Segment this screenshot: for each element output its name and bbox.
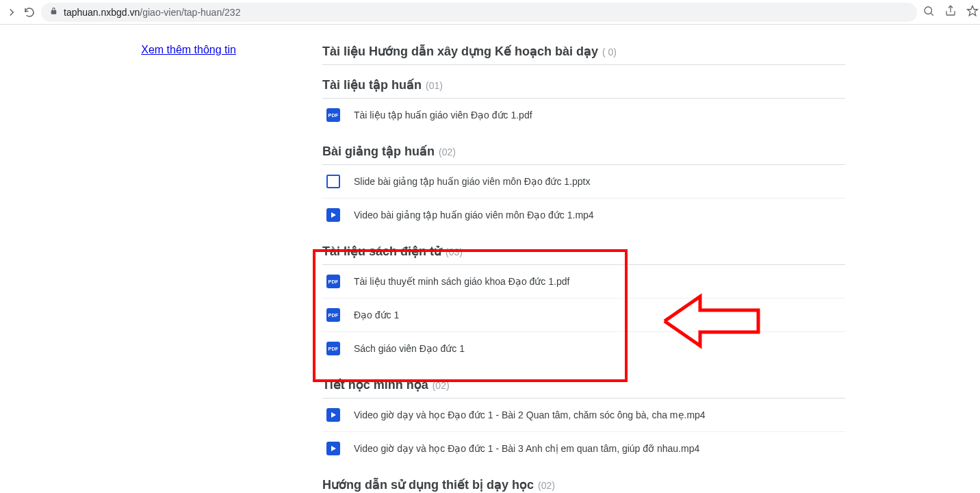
svg-marker-6 [331, 212, 336, 218]
file-name: Video giờ dạy và học Đạo đức 1 - Bài 2 Q… [354, 409, 706, 420]
file-name: Video bài giảng tập huấn giáo viên môn Đ… [354, 210, 594, 220]
video-file-icon [326, 208, 340, 222]
bookmark-star-icon[interactable] [966, 5, 979, 20]
file-item[interactable]: Video bài giảng tập huấn giáo viên môn Đ… [322, 199, 845, 231]
section-count: (02) [439, 147, 456, 157]
section-header: Tài liệu Hướng dẫn xây dựng Kế hoạch bài… [322, 44, 845, 65]
section-count: ( 0) [602, 47, 617, 58]
pdf-file-icon: PDF [326, 108, 340, 122]
file-item[interactable]: Video giờ dạy và học Đạo đức 1 - Bài 2 Q… [322, 399, 845, 432]
reload-button[interactable] [23, 5, 36, 20]
file-name: Video giờ dạy và học Đạo đức 1 - Bài 3 A… [354, 443, 699, 454]
section-header: Tài liệu tập huấn(01) [322, 77, 845, 99]
slide-file-icon [326, 175, 340, 188]
section-count: (01) [426, 80, 443, 91]
section-header: Tài liệu sách điện tử(03) [322, 244, 845, 265]
pdf-file-icon: PDF [326, 342, 340, 355]
section-count: (03) [446, 246, 463, 257]
sidebar: Xem thêm thông tin [0, 44, 318, 493]
zoom-icon[interactable] [923, 5, 935, 20]
section-title: Tài liệu Hướng dẫn xây dựng Kế hoạch bài… [322, 44, 598, 59]
page-body: Xem thêm thông tin Tài liệu Hướng dẫn xâ… [0, 25, 980, 493]
file-name: Tài liệu tập huấn giáo viên Đạo đức 1.pd… [354, 110, 532, 121]
section: Tài liệu Hướng dẫn xây dựng Kế hoạch bài… [322, 44, 845, 65]
section: Tài liệu tập huấn(01)PDFTài liệu tập huấ… [322, 77, 845, 131]
svg-marker-3 [968, 5, 978, 15]
file-item[interactable]: PDFSách giáo viên Đạo đức 1 [322, 332, 845, 365]
section-header: Hướng dẫn sử dụng thiết bị dạy học(02) [322, 477, 845, 493]
svg-marker-7 [331, 412, 336, 418]
forward-button[interactable] [5, 5, 18, 20]
section-title: Hướng dẫn sử dụng thiết bị dạy học [322, 477, 534, 492]
pdf-file-icon: PDF [326, 308, 340, 322]
file-name: Tài liệu thuyết minh sách giáo khoa Đạo … [354, 276, 569, 287]
url-text: taphuan.nxbgd.vn/giao-vien/tap-huan/232 [64, 7, 240, 18]
main-content: Tài liệu Hướng dẫn xây dựng Kế hoạch bài… [318, 44, 845, 493]
address-bar[interactable]: taphuan.nxbgd.vn/giao-vien/tap-huan/232 [41, 3, 917, 22]
pdf-file-icon: PDF [326, 275, 340, 288]
share-icon[interactable] [944, 5, 957, 20]
section-title: Tài liệu sách điện tử [322, 244, 441, 259]
section: Tài liệu sách điện tử(03)PDFTài liệu thu… [322, 244, 845, 365]
file-item[interactable]: Video giờ dạy và học Đạo đức 1 - Bài 3 A… [322, 432, 845, 465]
section: Bài giảng tập huấn(02)Slide bài giảng tậ… [322, 144, 845, 231]
video-file-icon [326, 408, 340, 422]
section-title: Bài giảng tập huấn [322, 144, 435, 159]
video-file-icon [326, 442, 340, 455]
lock-icon [49, 6, 58, 18]
svg-point-0 [925, 7, 932, 14]
more-info-link[interactable]: Xem thêm thông tin [141, 44, 236, 55]
section-count: (02) [538, 480, 555, 491]
file-item[interactable]: PDFĐạo đức 1 [322, 299, 845, 332]
file-name: Đạo đức 1 [354, 309, 399, 320]
svg-marker-8 [331, 446, 336, 451]
file-item[interactable]: PDFTài liệu tập huấn giáo viên Đạo đức 1… [322, 99, 845, 131]
browser-toolbar: taphuan.nxbgd.vn/giao-vien/tap-huan/232 [0, 0, 980, 25]
section-count: (02) [433, 380, 450, 391]
section: Hướng dẫn sử dụng thiết bị dạy học(02) [322, 477, 845, 493]
section-title: Tài liệu tập huấn [322, 77, 422, 92]
section-title: Tiết học minh họa [322, 377, 428, 392]
section-header: Tiết học minh họa(02) [322, 377, 845, 399]
toolbar-right [923, 5, 980, 20]
svg-line-1 [931, 13, 933, 15]
section-header: Bài giảng tập huấn(02) [322, 144, 845, 165]
section: Tiết học minh họa(02)Video giờ dạy và họ… [322, 377, 845, 465]
file-name: Slide bài giảng tập huấn giáo viên môn Đ… [354, 176, 590, 187]
file-name: Sách giáo viên Đạo đức 1 [354, 343, 465, 354]
file-item[interactable]: Slide bài giảng tập huấn giáo viên môn Đ… [322, 165, 845, 199]
file-item[interactable]: PDFTài liệu thuyết minh sách giáo khoa Đ… [322, 265, 845, 299]
